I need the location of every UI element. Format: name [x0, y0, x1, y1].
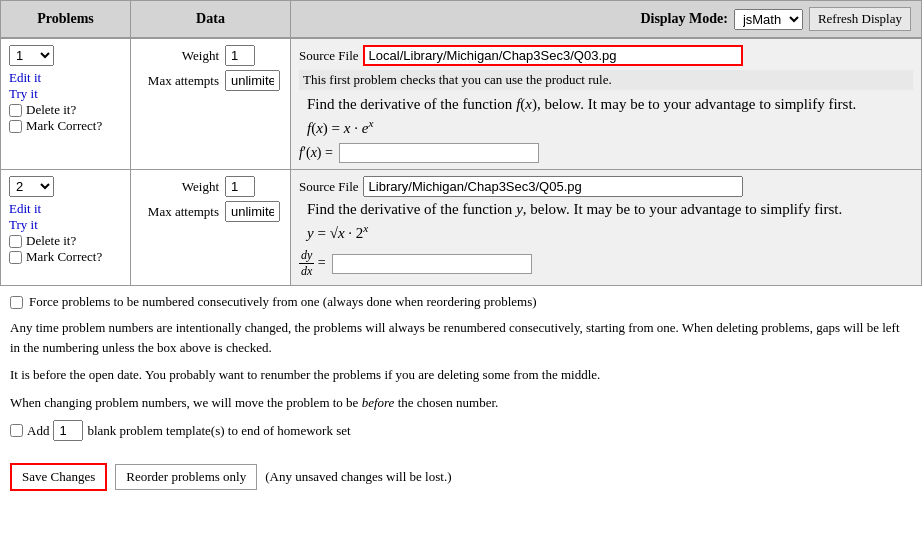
- problem-2-try-link[interactable]: Try it: [9, 217, 122, 233]
- add-label-post: blank problem template(s) to end of home…: [87, 423, 350, 439]
- consecutive-checkbox[interactable]: [10, 296, 23, 309]
- problems-column-header: Problems: [1, 1, 131, 38]
- consecutive-label: Force problems to be numbered consecutiv…: [29, 294, 537, 310]
- problem-1-edit-link[interactable]: Edit it: [9, 70, 122, 86]
- weight-input-1[interactable]: [225, 45, 255, 66]
- data-column-header: Data: [131, 1, 291, 38]
- problem-1-answer-input[interactable]: [339, 143, 539, 163]
- add-checkbox[interactable]: [10, 424, 23, 437]
- problem-1-data: Weight Max attempts: [131, 39, 291, 170]
- source-input-2[interactable]: [363, 176, 743, 197]
- problem-2-mark-label: Mark Correct?: [26, 249, 102, 265]
- problem-2-text: Find the derivative of the function y, b…: [307, 201, 913, 218]
- display-column-header: Display Mode: jsMath Refresh Display: [291, 1, 922, 38]
- weight-input-2[interactable]: [225, 176, 255, 197]
- problem-1-delete-checkbox[interactable]: [9, 104, 22, 117]
- problem-2-answer-row: dy dx =: [299, 248, 913, 279]
- problem-2-number-select[interactable]: 2: [9, 176, 54, 197]
- attempts-input-1[interactable]: [225, 70, 280, 91]
- problem-1-desc: This first problem checks that you can u…: [299, 70, 913, 90]
- problem-2-mark-checkbox[interactable]: [9, 251, 22, 264]
- problem-1-display: Source File This first problem checks th…: [291, 39, 922, 170]
- problem-1-try-link[interactable]: Try it: [9, 86, 122, 102]
- problem-2-answer-input[interactable]: [332, 254, 532, 274]
- problem-1-controls: 1 Edit it Try it Delete it? Mark Correct…: [1, 39, 131, 170]
- problem-2-display: Source File Find the derivative of the f…: [291, 170, 922, 286]
- problem-1-math: f(x) = x · ex: [307, 117, 913, 137]
- problem-2-delete-checkbox[interactable]: [9, 235, 22, 248]
- problem-2-edit-link[interactable]: Edit it: [9, 201, 122, 217]
- weight-label-2: Weight: [139, 179, 219, 195]
- add-count-input[interactable]: [53, 420, 83, 441]
- display-mode-label: Display Mode:: [640, 11, 728, 27]
- problem-2-answer-label: dy dx =: [299, 248, 326, 279]
- add-label-pre: Add: [27, 423, 49, 439]
- add-template-row: Add blank problem template(s) to end of …: [10, 420, 912, 441]
- problem-1-mark-checkbox[interactable]: [9, 120, 22, 133]
- source-label-1: Source File: [299, 48, 359, 64]
- consecutive-check-row: Force problems to be numbered consecutiv…: [10, 294, 912, 310]
- save-changes-button[interactable]: Save Changes: [10, 463, 107, 491]
- table-row: 2 Edit it Try it Delete it? Mark Correct…: [1, 170, 922, 286]
- problem-2-delete-label: Delete it?: [26, 233, 76, 249]
- problem-1-number-select[interactable]: 1: [9, 45, 54, 66]
- problem-2-controls: 2 Edit it Try it Delete it? Mark Correct…: [1, 170, 131, 286]
- problem-1-text: Find the derivative of the function f(x)…: [307, 96, 913, 113]
- unsaved-note: (Any unsaved changes will be lost.): [265, 469, 451, 485]
- note-1: Any time problem numbers are intentional…: [10, 318, 912, 357]
- problem-1-mark-label: Mark Correct?: [26, 118, 102, 134]
- problem-1-answer-row: f′(x) =: [299, 143, 913, 163]
- problem-2-data: Weight Max attempts: [131, 170, 291, 286]
- note-2: It is before the open date. You probably…: [10, 365, 912, 385]
- problem-2-math: y = √x · 2x: [307, 222, 913, 242]
- problem-1-answer-label: f′(x) =: [299, 145, 333, 161]
- problem-1-delete-label: Delete it?: [26, 102, 76, 118]
- bottom-buttons-row: Save Changes Reorder problems only (Any …: [0, 459, 922, 499]
- attempts-input-2[interactable]: [225, 201, 280, 222]
- refresh-display-button[interactable]: Refresh Display: [809, 7, 911, 31]
- footer-area: Force problems to be numbered consecutiv…: [0, 286, 922, 459]
- attempts-label-2: Max attempts: [139, 204, 219, 220]
- display-mode-select[interactable]: jsMath: [734, 9, 803, 30]
- source-input-1[interactable]: [363, 45, 743, 66]
- reorder-problems-button[interactable]: Reorder problems only: [115, 464, 257, 490]
- attempts-label-1: Max attempts: [139, 73, 219, 89]
- note-3: When changing problem numbers, we will m…: [10, 393, 912, 413]
- source-label-2: Source File: [299, 179, 359, 195]
- weight-label-1: Weight: [139, 48, 219, 64]
- table-row: 1 Edit it Try it Delete it? Mark Correct…: [1, 39, 922, 170]
